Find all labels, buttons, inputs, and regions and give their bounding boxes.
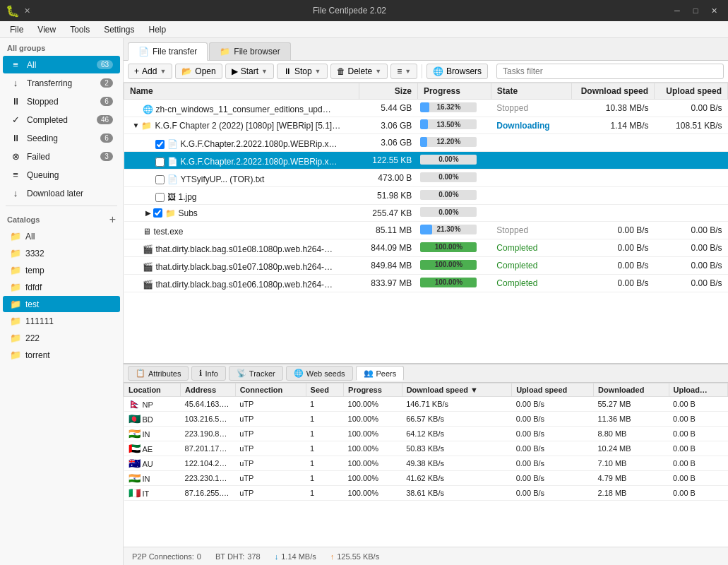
table-row[interactable]: 🌐 zh-cn_windows_11_consumer_editions_upd…: [124, 100, 728, 117]
close-button[interactable]: ✕: [705, 4, 722, 18]
peers-col-downloaded[interactable]: Downloaded: [593, 383, 669, 397]
sidebar-item-stopped[interactable]: ⏸ Stopped 6: [3, 93, 120, 110]
add-button[interactable]: + Add ▼: [128, 64, 172, 79]
open-button[interactable]: 📂 Open: [175, 64, 222, 79]
peer-dl-speed: 66.57 KB/s: [402, 412, 512, 427]
peer-progress: 100.00%: [344, 486, 402, 501]
sidebar-item-transferring[interactable]: ↓ Transferring 2: [3, 74, 120, 92]
catalog-item-111111[interactable]: 📁 111111: [3, 313, 120, 329]
sidebar-item-all[interactable]: ≡ All 63: [3, 56, 120, 73]
peer-row[interactable]: 🇮🇳IN 223.190.82.9:25828 uTP 1 100.00% 64…: [124, 427, 728, 441]
peer-seed: 1: [306, 427, 343, 441]
peers-table-container: Location Address Connection Seed Progres…: [124, 383, 728, 547]
sidebar-item-completed[interactable]: ✓ Completed 46: [3, 111, 120, 129]
more-button[interactable]: ≡ ▼: [390, 64, 417, 79]
expand-icon[interactable]: ▼: [133, 121, 140, 129]
table-row[interactable]: 🎬 that.dirty.black.bag.s01e08.1080p.web.…: [124, 239, 728, 257]
maximize-button[interactable]: □: [687, 4, 704, 18]
table-row[interactable]: 🖼 1.jpg 51.98 KB 0.00%: [124, 187, 728, 205]
cell-state: [491, 170, 571, 187]
tab-file-transfer[interactable]: 📄 File transfer: [128, 42, 208, 61]
minimize-button[interactable]: ─: [669, 4, 686, 18]
browsers-button[interactable]: 🌐 Browsers: [426, 64, 488, 79]
catalog-item-3332[interactable]: 📁 3332: [3, 245, 120, 261]
table-row[interactable]: ▼ 📁 K.G.F Chapter 2 (2022) [1080p] [WEBR…: [124, 117, 728, 134]
peer-row[interactable]: 🇮🇹IT 87.16.255.68:65085 uTP 1 100.00% 38…: [124, 486, 728, 501]
table-row[interactable]: ▶ 📁 Subs 255.47 KB 0.00%: [124, 205, 728, 222]
table-row[interactable]: 📄 K.G.F.Chapter.2.2022.1080p.WEBRip.x… 1…: [124, 152, 728, 170]
sidebar-item-download-later[interactable]: ↓ Download later: [3, 184, 120, 202]
sidebar-icon-transferring: ↓: [10, 78, 21, 88]
more-arrow-icon: ▼: [405, 68, 411, 75]
row-checkbox[interactable]: [155, 193, 165, 202]
peer-row[interactable]: 🇳🇵NP 45.64.163.221:33822 uTP 1 100.00% 1…: [124, 397, 728, 412]
col-header-ul-speed[interactable]: Upload speed: [655, 83, 728, 100]
peers-col-location[interactable]: Location: [124, 383, 181, 397]
catalog-item-torrent[interactable]: 📁 torrent: [3, 347, 120, 363]
cell-progress: 0.00%: [417, 187, 491, 205]
table-row[interactable]: 🎬 that.dirty.black.bag.s01e06.1080p.web.…: [124, 275, 728, 292]
sidebar-label-download-later: Download later: [27, 189, 113, 198]
progress-bar: 0.00%: [420, 172, 477, 182]
start-button[interactable]: ▶ Start ▼: [225, 64, 274, 79]
row-checkbox[interactable]: [155, 157, 165, 167]
menu-item-tools[interactable]: Tools: [63, 23, 97, 36]
table-row[interactable]: 📄 K.G.F.Chapter.2.2022.1080p.WEBRip.x… 3…: [124, 134, 728, 152]
row-checkbox[interactable]: [155, 175, 165, 184]
toolbar: + Add ▼ 📂 Open ▶ Start ▼ ⏸ Stop ▼ 🗑 Dele…: [124, 61, 728, 83]
bottom-tab-tracker[interactable]: 📡Tracker: [229, 366, 283, 381]
progress-bar: 13.50%: [420, 119, 477, 129]
col-header-name[interactable]: Name: [124, 83, 359, 100]
menu-item-view[interactable]: View: [30, 23, 63, 36]
peers-col-seed[interactable]: Seed: [306, 383, 343, 397]
expand-icon[interactable]: ▶: [145, 209, 151, 217]
stop-button[interactable]: ⏸ Stop ▼: [277, 64, 328, 79]
bottom-tab-attributes[interactable]: 📋Attributes: [128, 366, 189, 381]
tasks-filter-input[interactable]: [496, 64, 724, 79]
row-type-icon: 🖥: [143, 227, 151, 237]
menu-item-help[interactable]: Help: [142, 23, 174, 36]
row-checkbox[interactable]: [155, 140, 165, 149]
catalogs-header: Catalogs +: [0, 209, 123, 227]
peer-row[interactable]: 🇦🇺AU 122.104.200.165:37738 uTP 1 100.00%…: [124, 456, 728, 471]
cell-ul-speed: [655, 170, 728, 187]
progress-bar: 0.00%: [420, 190, 477, 200]
sidebar-label-all: All: [27, 60, 91, 70]
catalog-item-all-cat[interactable]: 📁 All: [3, 228, 120, 244]
tab-file-browser[interactable]: 📁 File browser: [209, 42, 290, 60]
catalog-item-222[interactable]: 📁 222: [3, 330, 120, 346]
col-header-state[interactable]: State: [491, 83, 571, 100]
menu-item-file[interactable]: File: [3, 23, 30, 36]
sidebar-item-seeding[interactable]: ⏸ Seeding 6: [3, 129, 120, 147]
peers-col-connection[interactable]: Connection: [235, 383, 306, 397]
peers-col-dl-speed[interactable]: Download speed ▼: [402, 383, 512, 397]
menu-item-settings[interactable]: Settings: [97, 23, 141, 36]
delete-button[interactable]: 🗑 Delete ▼: [330, 64, 388, 79]
bottom-tab-peers[interactable]: 👥Peers: [356, 366, 405, 381]
catalog-label-222: 222: [25, 333, 40, 343]
sidebar-item-failed[interactable]: ⊗ Failed 3: [3, 148, 120, 165]
catalog-item-test[interactable]: 📁 test: [3, 296, 120, 312]
peers-col-address[interactable]: Address: [181, 383, 236, 397]
col-header-dl-speed[interactable]: Download speed: [572, 83, 655, 100]
bottom-tab-web-seeds[interactable]: 🌐Web seeds: [286, 366, 353, 381]
dht-status: BT DHT: 378: [215, 552, 261, 561]
table-row[interactable]: 📄 YTSyifyUP... (TOR).txt 473.00 B 0.00%: [124, 170, 728, 187]
peer-row[interactable]: 🇧🇩BD 103.216.56.28:58896 uTP 1 100.00% 6…: [124, 412, 728, 427]
cell-name: 🌐 zh-cn_windows_11_consumer_editions_upd…: [124, 100, 359, 117]
peers-col-ul-speed[interactable]: Upload speed: [512, 383, 594, 397]
catalog-item-fdfdf[interactable]: 📁 fdfdf: [3, 279, 120, 295]
add-catalog-button[interactable]: +: [109, 213, 116, 226]
peer-row[interactable]: 🇦🇪AE 87.201.170.194:61186 uTP 1 100.00% …: [124, 441, 728, 456]
row-checkbox[interactable]: [153, 208, 162, 218]
col-header-size[interactable]: Size: [359, 83, 417, 100]
table-row[interactable]: 🖥 test.exe 85.11 MB 21.30% Stopped 0.00 …: [124, 222, 728, 239]
catalog-item-temp[interactable]: 📁 temp: [3, 262, 120, 278]
sidebar-item-queuing[interactable]: ≡ Queuing: [3, 166, 120, 184]
peers-col-progress[interactable]: Progress: [344, 383, 402, 397]
peers-col-uploaded[interactable]: Upload…: [669, 383, 727, 397]
col-header-progress[interactable]: Progress: [417, 83, 491, 100]
peer-row[interactable]: 🇮🇳IN 223.230.124.195:54348 uTP 1 100.00%…: [124, 471, 728, 486]
table-row[interactable]: 🎬 that.dirty.black.bag.s01e07.1080p.web.…: [124, 257, 728, 275]
bottom-tab-info[interactable]: ℹInfo: [191, 366, 225, 381]
